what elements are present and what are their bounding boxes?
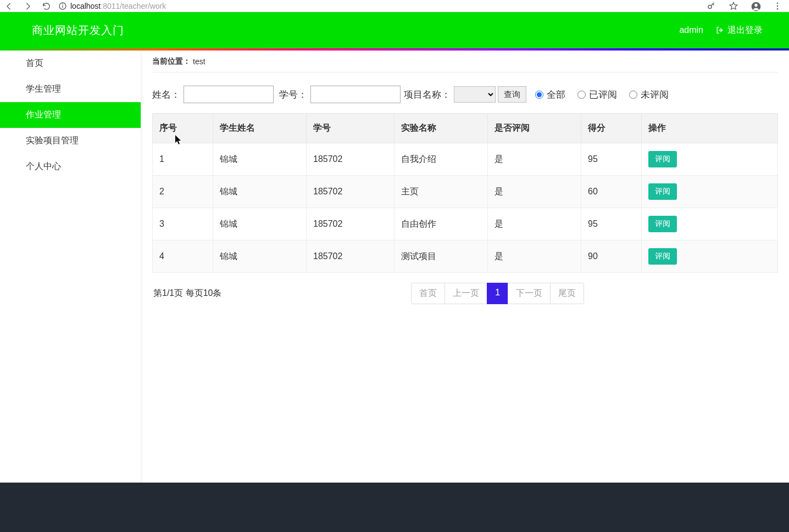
sidebar-item-students[interactable]: 学生管理 — [0, 76, 141, 102]
review-button[interactable]: 评阅 — [648, 183, 677, 200]
pagination-row: 第1/1页 每页10条 首页 上一页 1 下一页 尾页 — [152, 283, 778, 304]
menu-dots-icon[interactable] — [773, 1, 782, 11]
page-prev[interactable]: 上一页 — [444, 283, 487, 304]
radio-unreviewed[interactable]: 未评阅 — [629, 88, 669, 101]
radio-reviewed-input[interactable] — [577, 91, 586, 99]
cell-sid: 185702 — [307, 176, 394, 208]
sidebar-item-homework[interactable]: 作业管理 — [0, 102, 141, 128]
forward-icon[interactable] — [23, 2, 32, 10]
cell-action: 评阅 — [642, 143, 778, 176]
svg-point-8 — [777, 8, 779, 9]
cell-sid: 185702 — [307, 240, 394, 273]
cell-exp: 自我介绍 — [394, 143, 488, 176]
th-name: 学生姓名 — [213, 114, 307, 143]
radio-all[interactable]: 全部 — [535, 88, 565, 101]
logout-button[interactable]: 退出登录 — [715, 25, 763, 36]
th-score: 得分 — [581, 114, 642, 143]
table-row: 3锦城185702自由创作是95评阅 — [153, 208, 778, 240]
sidebar-item-profile[interactable]: 个人中心 — [0, 154, 141, 180]
table-row: 2锦城185702主页是60评阅 — [153, 176, 778, 208]
cell-name: 锦城 — [213, 143, 307, 176]
main-content: 当前位置： test 姓名： 学号： 项目名称： 查询 全部 已评阅 — [141, 51, 789, 483]
review-button[interactable]: 评阅 — [648, 248, 677, 265]
page-footer — [0, 483, 789, 532]
page-current[interactable]: 1 — [487, 283, 508, 304]
svg-point-6 — [777, 2, 779, 4]
name-label: 姓名： — [152, 88, 180, 101]
svg-point-7 — [777, 5, 779, 7]
cell-reviewed: 是 — [488, 240, 581, 273]
svg-point-3 — [708, 5, 712, 8]
breadcrumb-location: test — [193, 57, 205, 66]
page-first[interactable]: 首页 — [411, 283, 445, 304]
sidebar: 首页 学生管理 作业管理 实验项目管理 个人中心 — [0, 51, 141, 483]
name-input[interactable] — [184, 86, 274, 103]
search-button[interactable]: 查询 — [498, 86, 526, 103]
current-user[interactable]: admin — [679, 25, 703, 35]
th-exp: 实验名称 — [394, 114, 488, 143]
cell-idx: 2 — [153, 176, 213, 208]
cell-idx: 3 — [153, 208, 213, 240]
cell-idx: 4 — [153, 240, 213, 273]
sidebar-item-projects[interactable]: 实验项目管理 — [0, 128, 141, 154]
svg-point-5 — [754, 3, 757, 6]
cell-exp: 测试项目 — [394, 240, 488, 273]
table-header-row: 序号 学生姓名 学号 实验名称 是否评阅 得分 操作 — [153, 114, 778, 143]
cell-action: 评阅 — [642, 176, 778, 208]
logout-label: 退出登录 — [727, 25, 763, 36]
logout-icon — [715, 26, 724, 35]
cell-reviewed: 是 — [488, 208, 581, 240]
address-bar[interactable]: localhost:8011/teacher/work — [70, 2, 166, 10]
reload-icon[interactable] — [42, 2, 51, 10]
cell-score: 95 — [581, 208, 642, 240]
profile-icon[interactable] — [751, 1, 760, 11]
cell-reviewed: 是 — [488, 143, 581, 176]
radio-all-input[interactable] — [535, 91, 543, 99]
svg-point-2 — [62, 3, 63, 4]
id-input[interactable] — [310, 86, 401, 103]
cell-name: 锦城 — [213, 176, 307, 208]
id-label: 学号： — [279, 88, 307, 101]
th-action: 操作 — [642, 114, 778, 143]
filter-bar: 姓名： 学号： 项目名称： 查询 全部 已评阅 未评阅 — [152, 72, 778, 113]
key-icon[interactable] — [707, 1, 716, 11]
radio-unreviewed-input[interactable] — [629, 91, 637, 99]
review-button[interactable]: 评阅 — [648, 151, 677, 167]
cell-sid: 185702 — [307, 208, 394, 240]
app-title: 商业网站开发入门 — [32, 23, 124, 38]
site-info-icon[interactable] — [58, 2, 67, 10]
back-icon[interactable] — [4, 2, 13, 10]
cell-exp: 主页 — [394, 176, 488, 208]
cell-name: 锦城 — [213, 208, 307, 240]
page-next[interactable]: 下一页 — [508, 283, 551, 304]
radio-reviewed[interactable]: 已评阅 — [577, 88, 617, 101]
homework-table: 序号 学生姓名 学号 实验名称 是否评阅 得分 操作 1锦城185702自我介绍… — [152, 113, 778, 273]
breadcrumb-prefix: 当前位置： — [152, 57, 191, 66]
project-select[interactable] — [454, 86, 496, 103]
cell-reviewed: 是 — [488, 176, 581, 208]
cell-score: 90 — [581, 240, 642, 273]
table-row: 4锦城185702测试项目是90评阅 — [153, 240, 778, 273]
th-index: 序号 — [153, 114, 213, 143]
sidebar-item-home[interactable]: 首页 — [0, 51, 141, 76]
star-icon[interactable] — [729, 1, 738, 11]
th-reviewed: 是否评阅 — [488, 114, 581, 143]
cell-exp: 自由创作 — [394, 208, 488, 240]
cell-score: 60 — [581, 176, 642, 208]
browser-chrome: localhost:8011/teacher/work — [0, 0, 789, 12]
cell-action: 评阅 — [642, 208, 778, 240]
breadcrumb: 当前位置： test — [152, 51, 778, 72]
th-sid: 学号 — [307, 114, 394, 143]
app-header: 商业网站开发入门 admin 退出登录 — [0, 12, 789, 48]
cell-name: 锦城 — [213, 240, 307, 273]
cell-action: 评阅 — [642, 240, 778, 273]
cell-idx: 1 — [153, 143, 213, 176]
cell-score: 95 — [581, 143, 642, 176]
review-button[interactable]: 评阅 — [648, 216, 677, 232]
page-last[interactable]: 尾页 — [550, 283, 584, 304]
table-row: 1锦城185702自我介绍是95评阅 — [153, 143, 778, 176]
cell-sid: 185702 — [307, 143, 394, 176]
pagination: 首页 上一页 1 下一页 尾页 — [412, 283, 584, 304]
pagination-info: 第1/1页 每页10条 — [152, 288, 221, 299]
project-label: 项目名称： — [404, 88, 451, 101]
